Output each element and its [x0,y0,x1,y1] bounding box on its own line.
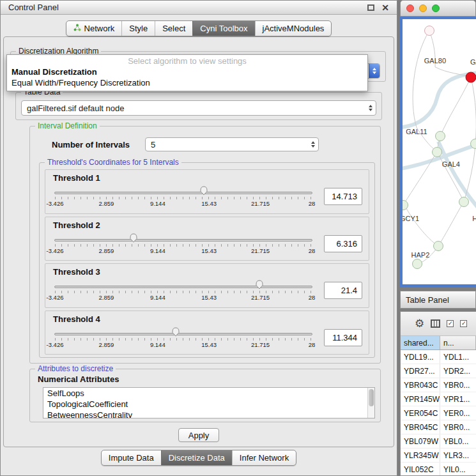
slider-track[interactable] [54,333,312,335]
table-cell: YDR27... [401,364,440,378]
gear-icon[interactable]: ⚙ [415,318,424,329]
tab-jactivemnodules[interactable]: jActiveMNodules [255,21,332,36]
slider-ticks [55,291,312,293]
table-panel-window: ⚙ ✓ ✓ shared...n... YDL19...YDL1...YDR27… [400,311,476,476]
float-window-icon[interactable] [367,4,374,11]
tab-discretize-data[interactable]: Discretize Data [161,450,232,465]
zoom-traffic-light-icon[interactable] [432,4,440,12]
window-title: Control Panel [8,3,59,12]
threshold-panel: Threshold 1-3.4262.8599.14415.4321.71528… [45,169,369,214]
numerical-attributes-listbox[interactable]: SelfLoopsTopologicalCoefficientBetweenne… [43,387,375,418]
slider-thumb-icon[interactable] [199,185,208,196]
network-node[interactable] [465,72,476,82]
network-node[interactable] [433,241,443,251]
network-node-label: GAL80 [424,57,446,65]
slider-scale-label: 21.715 [251,294,270,301]
tab-style[interactable]: Style [121,21,155,36]
combo-arrows-icon[interactable] [365,101,376,115]
top-tab-bar: NetworkStyleSelectCyni ToolboxjActiveMNo… [1,20,397,36]
number-of-intervals-label: Number of Intervals [52,140,130,150]
columns-icon[interactable] [431,319,440,328]
table-row[interactable]: YER054CYER0... [401,406,476,420]
tab-label: Infer Network [240,453,289,463]
apply-row: Apply [4,428,394,442]
dropdown-option-equal-width-frequency[interactable]: Equal Width/Frequency Discretization [7,77,367,88]
network-node[interactable] [470,139,476,149]
table-cell: YIL052C [401,463,440,475]
table-row[interactable]: YBR043CYBR0... [401,378,476,392]
tab-cyni-toolbox[interactable]: Cyni Toolbox [192,21,254,36]
combo-arrows-icon[interactable] [369,64,380,78]
slider-scale: -3.4262.8599.14415.4321.71528 [55,294,312,302]
close-traffic-light-icon[interactable] [406,4,414,12]
network-node[interactable] [432,147,442,157]
table-row[interactable]: YIL052CYIL0... [401,463,476,475]
network-node[interactable] [412,259,422,269]
threshold-row: -3.4262.8599.14415.4321.7152811.344 [52,325,362,355]
number-of-intervals-value: 5 [146,138,307,151]
table-data-combobox-value: galFiltered.sif default node [22,101,365,115]
checkbox-icon[interactable]: ✓ [460,320,467,327]
network-node-label: GAL4 [442,160,460,168]
numerical-attribute-item[interactable]: BetweennessCentrality [43,410,374,418]
slider-track[interactable] [54,192,312,194]
tab-infer-network[interactable]: Infer Network [232,450,296,465]
slider-thumb-icon[interactable] [128,233,138,243]
slider-track[interactable] [54,239,312,242]
threshold-slider[interactable]: -3.4262.8599.14415.4321.71528 [52,278,315,306]
threshold-slider[interactable]: -3.4262.8599.14415.4321.71528 [52,184,315,212]
network-node[interactable] [435,131,445,141]
threshold-value-field[interactable]: 11.344 [324,329,362,346]
network-node[interactable] [459,197,469,207]
threshold-value-field[interactable]: 21.4 [324,282,362,299]
numerical-attribute-item[interactable]: TopologicalCoefficient [43,399,374,410]
column-header-name[interactable]: n... [440,336,476,349]
column-header-shared-name[interactable]: shared... [401,336,440,349]
tab-impute-data[interactable]: Impute Data [102,450,161,465]
table-cell: YBR0... [440,378,476,392]
threshold-value-field[interactable]: 6.316 [324,235,362,252]
slider-thumb-icon[interactable] [255,279,265,290]
apply-button[interactable]: Apply [178,428,219,442]
table-row[interactable]: YDR27...YDR2... [401,364,476,378]
tab-label: Select [162,24,185,33]
numerical-attribute-item[interactable]: SelfLoops [43,388,374,399]
table-cell: YBL079W [401,434,440,448]
table-header-row: shared...n... [401,336,476,350]
dropdown-option-manual-discretization[interactable]: Manual Discretization [7,66,367,77]
tab-label: Cyni Toolbox [200,24,247,33]
list-scrollbar[interactable] [367,388,374,418]
network-node-label: GA [470,58,476,66]
table-row[interactable]: YDL19...YDL1... [401,350,476,364]
threshold-value-field[interactable]: 14.713 [324,188,362,205]
table-row[interactable]: YBL079WYBL0... [401,434,476,449]
table-row[interactable]: YPR145WYPR1... [401,392,476,406]
combo-arrows-icon[interactable] [307,138,318,151]
table-panel-header[interactable]: Table Panel [400,291,476,309]
network-node[interactable] [424,26,434,36]
minimize-traffic-light-icon[interactable] [419,4,427,12]
tab-network[interactable]: Network [66,21,122,36]
arrow-down-icon [369,109,372,111]
tab-select[interactable]: Select [155,21,192,36]
threshold-slider[interactable]: -3.4262.8599.14415.4321.71528 [52,231,315,259]
number-of-intervals-combobox[interactable]: 5 [145,137,319,151]
threshold-label: Threshold 1 [52,172,362,184]
slider-track[interactable] [54,286,312,288]
slider-scale-label: 15.43 [201,200,217,207]
slider-thumb-icon[interactable] [171,326,180,337]
table-row[interactable]: YBR045CYBR0... [401,420,476,434]
slider-scale-label: 2.859 [99,341,114,348]
slider-scale-label: 28 [309,200,316,207]
checkbox-icon[interactable]: ✓ [447,320,454,327]
slider-scale-label: 21.715 [251,341,270,348]
table-row[interactable]: YLR345WYLR3... [401,449,476,463]
thresholds-list: Threshold 1-3.4262.8599.14415.4321.71528… [45,169,369,355]
table-toolbar: ⚙ ✓ ✓ [401,312,476,336]
table-data-combobox[interactable]: galFiltered.sif default node [21,100,376,116]
threshold-slider[interactable]: -3.4262.8599.14415.4321.71528 [52,325,315,353]
close-icon[interactable]: ✕ [381,3,389,12]
scrollbar-thumb[interactable] [369,389,374,406]
network-canvas[interactable]: GAL80GAGAL11GAL4GCY1HHAP2 [403,19,476,284]
slider-scale-label: -3.426 [47,247,64,254]
